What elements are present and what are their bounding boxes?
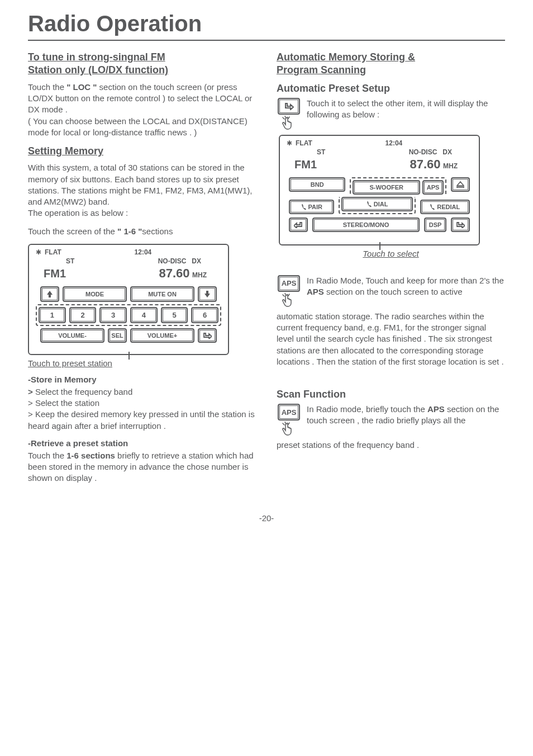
down-button[interactable] xyxy=(198,286,217,302)
status-dx: DX xyxy=(192,257,201,265)
para-aps-keep: In Radio Mode, Touch and keep for more t… xyxy=(307,275,505,298)
para-scan2: preset stations of the frequency band . xyxy=(277,440,505,451)
page-title: Radio Operation xyxy=(28,11,505,41)
para-touch-select: Touch it to select the other item, it wi… xyxy=(307,98,505,121)
dial-button[interactable]: DIAL xyxy=(341,197,412,211)
preset-4-button[interactable]: 4 xyxy=(130,307,158,323)
pair-button[interactable]: PAIR xyxy=(289,200,334,214)
swoofer-button[interactable]: S-WOOFER xyxy=(353,180,420,195)
status-nodisc: NO-DISC xyxy=(409,148,437,156)
bluetooth-icon: ✱ xyxy=(287,139,292,147)
store-heading: -Store in Memory xyxy=(28,375,256,384)
retrieve-para: Touch the 1-6 sections briefly to retrie… xyxy=(28,450,256,484)
status-nodisc: NO-DISC xyxy=(158,257,187,265)
back-button[interactable] xyxy=(289,218,308,232)
volume-plus-button[interactable]: VOLUME+ xyxy=(130,328,194,343)
touch-select-label: Touch to select xyxy=(277,249,505,258)
aps-icon-button[interactable]: APS xyxy=(278,275,300,292)
up-button[interactable] xyxy=(40,286,59,302)
arrow-right-turn-icon xyxy=(284,102,294,110)
next-item-button[interactable] xyxy=(278,98,300,115)
next-page-button[interactable] xyxy=(198,328,217,343)
preset-5-button[interactable]: 5 xyxy=(161,307,188,323)
retrieve-heading: -Retrieve a preset station xyxy=(28,438,256,448)
redial-button[interactable]: REDIAL xyxy=(420,200,470,214)
touchscreen-aps: ✱ FLAT 12:04 ST NO-DISC DX FM1 87.60 MHZ… xyxy=(279,135,480,245)
status-time: 12:04 xyxy=(135,248,152,256)
arrow-right-turn-icon xyxy=(203,332,212,339)
para-setting-memory: With this system, a total of 30 stations… xyxy=(28,162,256,219)
bluetooth-icon: ✱ xyxy=(36,248,41,256)
sel-button[interactable]: SEL xyxy=(108,328,127,343)
frequency-value: 87.60 xyxy=(410,157,440,171)
arrow-up-icon xyxy=(46,290,53,298)
status-st: ST xyxy=(317,148,325,156)
page-number: -20- xyxy=(28,513,505,523)
status-st: ST xyxy=(66,257,74,265)
frequency-unit: MHZ xyxy=(192,271,207,279)
arrow-right-turn-icon xyxy=(456,221,465,228)
mode-button[interactable]: MODE xyxy=(63,286,127,302)
preset-6-button[interactable]: 6 xyxy=(191,307,218,323)
touch-hand-icon xyxy=(281,422,297,436)
band-label: FM1 xyxy=(294,158,317,171)
eject-icon xyxy=(456,181,464,188)
volume-minus-button[interactable]: VOLUME- xyxy=(40,328,104,343)
frequency-unit: MHZ xyxy=(443,162,458,170)
preset-1-button[interactable]: 1 xyxy=(39,307,66,323)
phone-icon xyxy=(430,204,435,210)
phone-icon xyxy=(367,201,372,207)
status-flat: FLAT xyxy=(45,248,61,256)
subheading-auto-preset: Automatic Preset Setup xyxy=(277,83,505,94)
arrow-left-turn-icon xyxy=(294,221,303,228)
para-scan: In Radio mode, briefly touch the APS sec… xyxy=(307,404,505,427)
next-page-button[interactable] xyxy=(451,218,470,232)
heading-lodx: To tune in strong-singnal FM Station onl… xyxy=(28,51,256,77)
para-auto-storage: automatic station storage. The radio sea… xyxy=(277,311,505,367)
preset-3-button[interactable]: 3 xyxy=(99,307,127,323)
store-steps: > Select the frequency band > Select the… xyxy=(28,386,256,432)
touch-hand-icon xyxy=(281,293,297,308)
touch-preset-label: Touch to preset station xyxy=(28,358,256,368)
phone-icon xyxy=(301,204,307,210)
para-touch-16: Touch the screen of the " 1-6 "sections xyxy=(28,226,256,237)
heading-auto-memory: Automatic Memory Storing & Program Scann… xyxy=(277,51,505,77)
mute-on-button[interactable]: MUTE ON xyxy=(130,286,194,302)
touch-hand-icon xyxy=(281,116,297,130)
para-lodx: Touch the " LOC " section on the touch s… xyxy=(28,82,256,138)
bnd-button[interactable]: BND xyxy=(289,177,345,192)
dsp-button[interactable]: DSP xyxy=(424,218,446,232)
status-time: 12:04 xyxy=(386,139,403,147)
frequency-value: 87.60 xyxy=(159,266,189,280)
heading-setting-memory: Setting Memory xyxy=(28,145,256,158)
preset-2-button[interactable]: 2 xyxy=(69,307,97,323)
left-column: To tune in strong-singnal FM Station onl… xyxy=(28,51,256,491)
aps-icon-button[interactable]: APS xyxy=(278,404,300,420)
stereo-mono-button[interactable]: STEREO/MONO xyxy=(312,218,420,232)
status-flat: FLAT xyxy=(296,139,312,147)
eject-button[interactable] xyxy=(451,177,470,192)
status-dx: DX xyxy=(442,148,452,156)
band-label: FM1 xyxy=(44,267,66,280)
arrow-down-icon xyxy=(204,290,211,298)
aps-button[interactable]: APS xyxy=(422,180,444,195)
right-column: Automatic Memory Storing & Program Scann… xyxy=(277,51,505,491)
touchscreen-preset: ✱ FLAT 12:04 ST NO-DISC DX FM1 87.60 MHZ… xyxy=(28,244,229,355)
subheading-scan: Scan Function xyxy=(277,389,505,400)
